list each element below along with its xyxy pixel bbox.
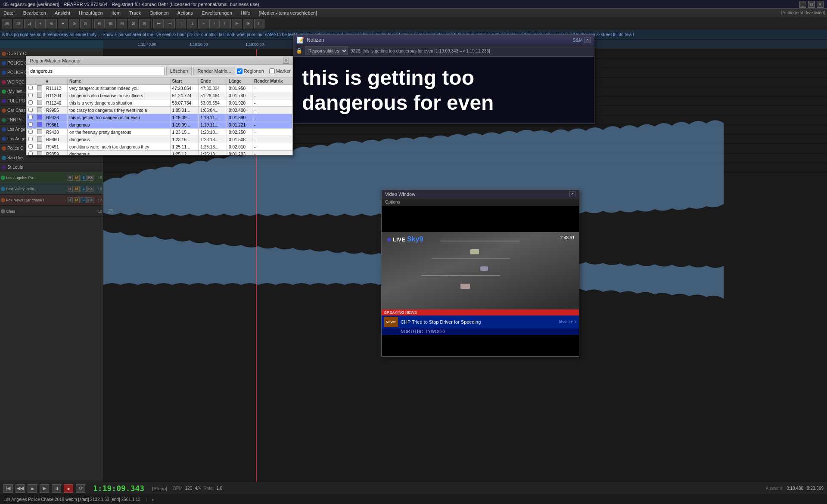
track-fx-14[interactable]: FX	[87, 175, 93, 181]
track-route-14[interactable]: R	[67, 175, 73, 181]
region-table-container[interactable]: # Name Start Ende Länge Render Matrix R1…	[26, 77, 292, 155]
region-checkbox-regionen[interactable]	[237, 68, 243, 74]
region-table-row[interactable]: R9438 on the freeway pretty dangerous 1:…	[27, 129, 292, 136]
region-table-row[interactable]: R9326 this is getting too dangerous for …	[27, 114, 292, 121]
tool-5[interactable]: ⊕	[47, 19, 57, 28]
region-checkbox-marker-label[interactable]: Marker	[269, 68, 291, 74]
tool-4[interactable]: ⌖	[35, 19, 46, 28]
menu-erweiterungen[interactable]: Erweiterungen	[200, 10, 234, 16]
track-item-15[interactable]: Star Valley Polic... R M S FX 16	[0, 183, 103, 195]
close-btn[interactable]: ×	[817, 1, 824, 8]
region-table-row[interactable]: R11204 dangerous also because those offi…	[27, 92, 292, 99]
row-checkbox[interactable]	[27, 129, 35, 136]
track-route-16[interactable]: R	[67, 197, 73, 203]
region-manager-title[interactable]: Region/Marker Manager ×	[26, 56, 292, 65]
col-render[interactable]: Render Matrix	[252, 78, 292, 85]
track-mute-14[interactable]: M	[74, 175, 80, 181]
row-checkbox[interactable]	[27, 114, 35, 121]
region-search-input[interactable]	[28, 67, 165, 75]
region-table-row[interactable]: R9859 dangerous 1:25:12... 1:25:13... 0:…	[27, 151, 292, 155]
track-item-13[interactable]: St Louis	[0, 163, 103, 172]
tool-19[interactable]: ⊧	[209, 19, 220, 28]
tool-9[interactable]: ⊝	[94, 19, 105, 28]
menu-optionen[interactable]: Optionen	[148, 10, 171, 16]
transport-record[interactable]: ●	[64, 484, 73, 493]
transport-skip-back[interactable]: |◀	[3, 484, 13, 493]
tool-6[interactable]: ✦	[58, 19, 68, 28]
track-solo-15[interactable]: S	[81, 186, 87, 192]
region-table-row[interactable]: R9955 too crazy too dangerous they went …	[27, 107, 292, 114]
tool-12[interactable]: ⊠	[128, 19, 138, 28]
track-solo-14[interactable]: S	[81, 175, 87, 181]
notizen-close-btn[interactable]: ×	[584, 37, 591, 43]
col-checkbox[interactable]	[27, 78, 35, 85]
track-item-16[interactable]: Fox News Car chase I R M S FX 17	[0, 195, 103, 206]
tool-20[interactable]: ⊨	[221, 19, 231, 28]
row-checkbox[interactable]	[27, 143, 35, 151]
tool-23[interactable]: ⊫	[254, 19, 264, 28]
tool-17[interactable]: ⊥	[187, 19, 197, 28]
menu-item[interactable]: Item	[110, 10, 122, 16]
track-item-17[interactable]: Chas 18	[0, 206, 103, 217]
track-fx-16[interactable]: FX	[87, 197, 93, 203]
menu-ansicht[interactable]: Ansicht	[53, 10, 72, 16]
tool-16[interactable]: ⊤	[176, 19, 186, 28]
col-length[interactable]: Länge	[227, 78, 252, 85]
row-checkbox[interactable]	[27, 121, 35, 129]
region-table-row[interactable]: R9860 dangerous 1:23:16... 1:23:18... 0:…	[27, 136, 292, 143]
track-fx-15[interactable]: FX	[87, 186, 93, 192]
region-delete-btn[interactable]: Löschen	[166, 67, 192, 75]
tool-13[interactable]: ⊡	[139, 19, 149, 28]
region-render-btn[interactable]: Render Matrix...	[193, 67, 235, 75]
menu-medien[interactable]: [Medien-Items verschieben]	[257, 10, 319, 16]
menu-datei[interactable]: Datei	[2, 10, 16, 16]
col-start[interactable]: Start	[170, 78, 199, 85]
menu-hinzufuegen[interactable]: Hinzufügen	[77, 10, 105, 16]
track-item-14[interactable]: Los Angeles Po... R M S FX 15	[0, 172, 103, 183]
row-checkbox[interactable]	[27, 151, 35, 155]
video-close-btn[interactable]: ×	[569, 191, 575, 197]
tool-10[interactable]: ⊞	[106, 19, 116, 28]
row-checkbox[interactable]	[27, 136, 35, 143]
transport-rewind[interactable]: ◀◀	[16, 484, 25, 493]
row-checkbox[interactable]	[27, 92, 35, 99]
row-checkbox[interactable]	[27, 107, 35, 114]
menu-track[interactable]: Track	[127, 10, 143, 16]
row-checkbox[interactable]	[27, 85, 35, 92]
transport-play[interactable]: ▶	[40, 484, 49, 493]
video-title-bar[interactable]: Video Window ×	[382, 190, 579, 198]
region-checkbox-regionen-label[interactable]: Regionen	[237, 68, 264, 74]
col-name[interactable]: Name	[68, 78, 171, 85]
tool-2[interactable]: ⊡	[13, 19, 23, 28]
region-checkbox-marker[interactable]	[269, 68, 275, 74]
track-mute-15[interactable]: M	[74, 186, 80, 192]
tool-3[interactable]: ⊿	[24, 19, 34, 28]
region-table-row[interactable]: R11240 this is a very dangerous situatio…	[27, 99, 292, 107]
menu-hilfe[interactable]: Hilfe	[239, 10, 252, 16]
tool-21[interactable]: ⊩	[232, 19, 242, 28]
maximize-btn[interactable]: □	[808, 1, 815, 8]
menu-actions[interactable]: Actions	[176, 10, 195, 16]
transport-loop[interactable]: ⟳	[76, 484, 85, 493]
notizen-title-bar[interactable]: 📝 Notizen S&M ×	[293, 35, 594, 45]
tool-14[interactable]: ⊢	[153, 19, 164, 28]
track-route-15[interactable]: R	[67, 186, 73, 192]
track-mute-16[interactable]: M	[74, 197, 80, 203]
tool-22[interactable]: ⊪	[243, 19, 253, 28]
tool-8[interactable]: ⊜	[80, 19, 90, 28]
tool-11[interactable]: ⊟	[117, 19, 127, 28]
tool-7[interactable]: ⊛	[69, 19, 79, 28]
tool-18[interactable]: ⊦	[198, 19, 208, 28]
transport-stop[interactable]: ■	[28, 484, 37, 493]
col-end[interactable]: Ende	[199, 78, 227, 85]
row-checkbox[interactable]	[27, 99, 35, 107]
notizen-dropdown[interactable]: Region subtitles Track notes Project not…	[305, 46, 348, 55]
minimize-btn[interactable]: _	[799, 1, 806, 8]
region-table-row[interactable]: R11112 very dangerous situation indeed y…	[27, 85, 292, 92]
col-color[interactable]	[35, 78, 44, 85]
tool-1[interactable]: ⊞	[2, 19, 12, 28]
video-menu-options[interactable]: Options	[385, 200, 400, 204]
col-id[interactable]: #	[44, 78, 68, 85]
region-table-row[interactable]: R9861 dangerous 1:19:09... 1:19:11... 0:…	[27, 121, 292, 129]
menu-bearbeiten[interactable]: Bearbeiten	[22, 10, 48, 16]
